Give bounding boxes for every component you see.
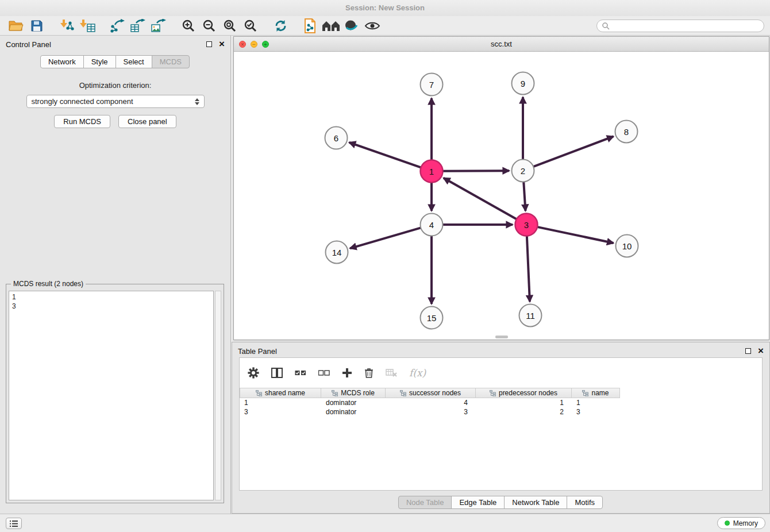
optimization-criterion-select[interactable]: strongly connected component <box>26 95 205 108</box>
table-cell: 2 <box>476 408 572 416</box>
tab-mcds[interactable]: MCDS <box>152 55 190 68</box>
save-icon <box>30 20 43 32</box>
network-graph: 7968124314101511 <box>234 52 769 340</box>
houses-icon <box>322 20 340 32</box>
trash-icon <box>364 368 374 378</box>
tab-node-table[interactable]: Node Table <box>398 496 452 509</box>
export-image-icon <box>151 19 166 33</box>
graph-edge-1-2[interactable] <box>443 171 509 171</box>
table-row[interactable]: 1dominator411 <box>240 398 762 407</box>
memory-button[interactable]: Memory <box>717 517 765 529</box>
zoom-fit-icon <box>223 19 237 33</box>
svg-text:10: 10 <box>622 241 632 251</box>
tab-select[interactable]: Select <box>116 55 152 68</box>
graph-edge-4-14[interactable] <box>350 228 421 249</box>
import-table-button[interactable] <box>77 17 98 34</box>
zoom-out-icon <box>202 19 216 33</box>
export-table-button[interactable] <box>128 17 148 34</box>
horizontal-scrollbar[interactable] <box>495 336 508 338</box>
close-panel-icon[interactable]: × <box>219 40 225 48</box>
graph-node-15[interactable]: 15 <box>421 307 443 329</box>
table-cell: 1 <box>476 399 572 407</box>
task-history-button[interactable] <box>6 518 22 529</box>
tab-network[interactable]: Network <box>40 55 84 68</box>
graph-node-2[interactable]: 2 <box>512 160 534 182</box>
search-box[interactable] <box>596 20 764 32</box>
column-header-label: successor nodes <box>409 389 461 397</box>
table-row[interactable]: 3dominator323 <box>240 407 762 417</box>
table-cell: dominator <box>321 399 386 407</box>
zoom-selected-button[interactable] <box>240 17 261 34</box>
open-session-button[interactable] <box>6 17 26 34</box>
column-header-successor-nodes[interactable]: successor nodes <box>386 388 476 398</box>
tab-edge-table[interactable]: Edge Table <box>451 496 505 509</box>
graph-edge-2-3[interactable] <box>523 182 525 211</box>
edges-layer <box>349 97 614 304</box>
import-network-button[interactable] <box>56 17 77 34</box>
run-mcds-button[interactable]: Run MCDS <box>54 115 110 128</box>
zoom-in-button[interactable] <box>178 17 199 34</box>
column-header-predecessor-nodes[interactable]: predecessor nodes <box>476 388 572 398</box>
graph-node-3[interactable]: 3 <box>515 214 538 236</box>
float-panel-icon[interactable] <box>206 41 212 47</box>
minimize-window-button[interactable]: − <box>251 41 257 48</box>
svg-text:1: 1 <box>429 167 434 176</box>
graph-node-11[interactable]: 11 <box>519 304 542 327</box>
column-header-shared-name[interactable]: shared name <box>240 388 321 398</box>
delete-table-icon <box>386 369 397 377</box>
graph-edge-3-10[interactable] <box>538 227 614 243</box>
task-list-icon <box>10 521 18 527</box>
table-cell: 3 <box>386 408 476 416</box>
export-image-button[interactable] <box>148 17 169 34</box>
graph-node-1[interactable]: 1 <box>421 160 443 183</box>
save-session-button[interactable] <box>26 17 47 34</box>
add-column-button[interactable] <box>342 368 352 378</box>
delete-column-button[interactable] <box>364 368 374 378</box>
show-columns-button[interactable] <box>271 368 283 378</box>
column-header-name[interactable]: name <box>572 388 620 398</box>
graph-edge-3-1[interactable] <box>444 178 517 219</box>
graph-node-6[interactable]: 6 <box>325 127 348 149</box>
eye-icon <box>364 21 380 31</box>
graph-edge-1-6[interactable] <box>349 142 421 167</box>
svg-text:11: 11 <box>526 311 535 321</box>
close-window-button[interactable]: × <box>239 41 246 48</box>
zoom-fit-button[interactable] <box>220 17 240 34</box>
network-view-window: × − + scc.txt 7968124314101511 <box>233 36 769 340</box>
show-hide-button[interactable] <box>362 17 383 34</box>
column-header-MCDS-role[interactable]: MCDS role <box>321 388 386 398</box>
column-type-icon <box>582 390 588 396</box>
zoom-out-button[interactable] <box>199 17 220 34</box>
graph-node-8[interactable]: 8 <box>615 121 638 143</box>
graph-edge-3-11[interactable] <box>527 236 530 302</box>
network-from-clipboard-button[interactable] <box>300 17 321 34</box>
mcds-result-scrollbar[interactable] <box>215 291 221 500</box>
first-neighbors-button[interactable] <box>321 17 341 34</box>
network-canvas[interactable]: 7968124314101511 <box>234 52 769 340</box>
zoom-window-button[interactable]: + <box>262 41 269 48</box>
graph-node-7[interactable]: 7 <box>421 74 443 96</box>
deselect-all-columns-button[interactable] <box>318 369 330 376</box>
graph-node-9[interactable]: 9 <box>512 72 534 95</box>
export-network-button[interactable] <box>107 17 128 34</box>
close-table-panel-icon[interactable]: × <box>758 347 764 355</box>
tab-network-table[interactable]: Network Table <box>504 496 567 509</box>
close-panel-button[interactable]: Close panel <box>118 115 176 128</box>
style-brush-button[interactable] <box>341 17 362 34</box>
table-cell: 3 <box>572 408 620 416</box>
search-input[interactable] <box>613 22 759 30</box>
table-settings-button[interactable] <box>248 367 259 379</box>
tab-motifs[interactable]: Motifs <box>567 496 603 509</box>
search-icon <box>602 22 610 30</box>
graph-node-14[interactable]: 14 <box>326 241 348 264</box>
checked-boxes-icon <box>295 369 306 376</box>
graph-edge-2-8[interactable] <box>534 136 614 166</box>
select-all-columns-button[interactable] <box>295 369 306 376</box>
unchecked-boxes-icon <box>318 369 330 376</box>
float-table-panel-icon[interactable] <box>745 348 751 354</box>
graph-node-10[interactable]: 10 <box>616 235 638 257</box>
table-panel: Table Panel × <box>232 342 770 514</box>
tab-style[interactable]: Style <box>83 55 116 68</box>
graph-node-4[interactable]: 4 <box>421 214 443 236</box>
refresh-view-button[interactable] <box>270 17 291 34</box>
